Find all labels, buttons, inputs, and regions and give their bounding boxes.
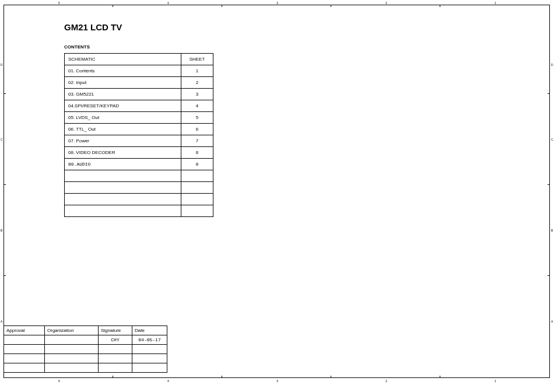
- cell-name: 05. LVDS_ Out: [65, 112, 181, 124]
- ruler-tick: [113, 376, 113, 378]
- signoff-table: Approval Organization Signature Date CHY…: [3, 326, 167, 373]
- ruler-bot-1: 1: [495, 379, 496, 383]
- page-title: GM21 LCD TV: [64, 22, 122, 32]
- ruler-tick: [331, 376, 331, 378]
- ruler-tick: [222, 5, 222, 7]
- cell-organization: [45, 363, 99, 373]
- table-row: [4, 345, 167, 354]
- cell-organization: [45, 335, 99, 345]
- ruler-tick: [548, 275, 550, 276]
- ruler-tick: [3, 184, 6, 185]
- cell-approval: [4, 345, 45, 354]
- ruler-top-5: 5: [58, 1, 60, 5]
- ruler-top-3: 3: [276, 1, 278, 5]
- cell-name: [65, 205, 181, 217]
- ruler-bot-4: 4: [167, 379, 169, 383]
- cell-signature: CHY: [99, 335, 132, 345]
- cell-date: [132, 354, 167, 363]
- ruler-left-a: A: [1, 320, 2, 323]
- cell-name: 01. Contents: [65, 65, 181, 77]
- contents-table: SCHEMATIC SHEET 01. Contents1 02. Input2…: [64, 53, 213, 217]
- ruler-tick: [3, 275, 6, 276]
- table-row: 06. TTL_ Out6: [65, 124, 213, 135]
- header-schematic: SCHEMATIC: [65, 54, 181, 65]
- ruler-bot-3: 3: [276, 379, 278, 383]
- table-row: CHY 04-05-17: [4, 335, 167, 345]
- cell-sheet: 4: [181, 100, 213, 112]
- cell-name: [65, 170, 181, 182]
- ruler-left-c: C: [1, 138, 3, 141]
- cell-sheet: [181, 182, 213, 194]
- ruler-tick: [440, 5, 440, 7]
- header-date: Date: [132, 326, 167, 335]
- table-row: [65, 205, 213, 217]
- ruler-tick: [548, 93, 550, 94]
- cell-organization: [45, 354, 99, 363]
- header-organization: Organization: [45, 326, 99, 335]
- cell-name: 09.AUDIO: [65, 159, 181, 170]
- cell-sheet: 5: [181, 112, 213, 124]
- ruler-tick: [3, 93, 6, 94]
- cell-approval: [4, 335, 45, 345]
- header-sheet: SHEET: [181, 54, 213, 65]
- ruler-top-1: 1: [495, 1, 496, 5]
- cell-signature: [99, 363, 132, 373]
- ruler-tick: [440, 376, 440, 378]
- cell-name: 06. TTL_ Out: [65, 124, 181, 135]
- cell-name: [65, 194, 181, 205]
- cell-signature: [99, 345, 132, 354]
- ruler-bot-2: 2: [385, 379, 387, 383]
- ruler-left-d: D: [1, 63, 3, 66]
- cell-sheet: 9: [181, 159, 213, 170]
- cell-sheet: 6: [181, 124, 213, 135]
- header-signature: Signature: [99, 326, 132, 335]
- cell-sheet: 7: [181, 135, 213, 147]
- cell-name: 04.SPI/RESET/KEYPAD: [65, 100, 181, 112]
- ruler-left-b: B: [1, 229, 2, 232]
- cell-date: [132, 345, 167, 354]
- cell-date: [132, 363, 167, 373]
- cell-sheet: [181, 205, 213, 217]
- cell-sheet: [181, 170, 213, 182]
- cell-name: 02. Input: [65, 77, 181, 89]
- ruler-tick: [548, 184, 550, 185]
- ruler-right-d: D: [551, 63, 553, 66]
- table-row: 02. Input2: [65, 77, 213, 89]
- table-row: [65, 194, 213, 205]
- table-row: 01. Contents1: [65, 65, 213, 77]
- cell-signature: [99, 354, 132, 363]
- ruler-top-4: 4: [167, 1, 169, 5]
- ruler-right-c: C: [551, 138, 553, 141]
- ruler-right-b: B: [551, 229, 553, 232]
- table-row: [4, 363, 167, 373]
- cell-name: 03. GM5221: [65, 89, 181, 100]
- table-row: 08. VIDEO DECODER8: [65, 147, 213, 159]
- cell-sheet: [181, 194, 213, 205]
- ruler-bot-5: 5: [58, 379, 60, 383]
- table-row: 09.AUDIO9: [65, 159, 213, 170]
- table-row: 04.SPI/RESET/KEYPAD4: [65, 100, 213, 112]
- table-header-row: SCHEMATIC SHEET: [65, 54, 213, 65]
- cell-name: [65, 182, 181, 194]
- cell-name: 07. Power: [65, 135, 181, 147]
- ruler-tick: [331, 5, 331, 7]
- table-row: 05. LVDS_ Out5: [65, 112, 213, 124]
- contents-heading: CONTENTS: [64, 44, 90, 50]
- ruler-tick: [113, 5, 113, 7]
- header-approval: Approval: [4, 326, 45, 335]
- cell-sheet: 1: [181, 65, 213, 77]
- table-row: 07. Power7: [65, 135, 213, 147]
- table-header-row: Approval Organization Signature Date: [4, 326, 167, 335]
- table-row: [4, 354, 167, 363]
- cell-approval: [4, 363, 45, 373]
- cell-name: 08. VIDEO DECODER: [65, 147, 181, 159]
- cell-sheet: 8: [181, 147, 213, 159]
- table-row: [65, 182, 213, 194]
- ruler-right-a: A: [551, 320, 553, 323]
- cell-sheet: 2: [181, 77, 213, 89]
- cell-date: 04-05-17: [132, 335, 167, 345]
- ruler-top-2: 2: [385, 1, 387, 5]
- cell-approval: [4, 354, 45, 363]
- cell-sheet: 3: [181, 89, 213, 100]
- cell-organization: [45, 345, 99, 354]
